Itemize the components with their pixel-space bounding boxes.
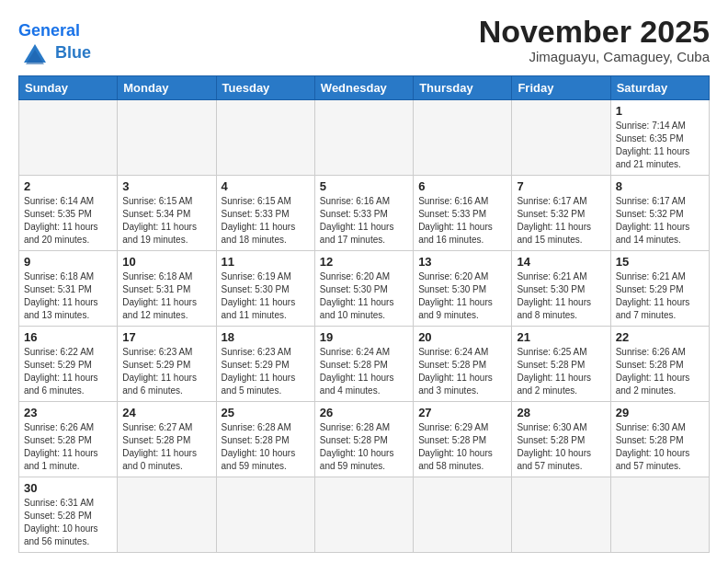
day-info: Sunrise: 6:20 AMSunset: 5:30 PMDaylight:… [320,270,408,322]
day-info: Sunrise: 6:29 AMSunset: 5:28 PMDaylight:… [418,421,506,473]
calendar-cell: 1Sunrise: 7:14 AMSunset: 6:35 PMDaylight… [610,99,709,175]
calendar-header-thursday: Thursday [414,75,512,99]
calendar-cell: 9Sunrise: 6:18 AMSunset: 5:31 PMDaylight… [19,250,118,326]
day-number: 30 [24,481,112,495]
day-info: Sunrise: 6:16 AMSunset: 5:33 PMDaylight:… [320,195,408,247]
day-number: 17 [122,330,210,344]
calendar-cell [216,477,314,552]
day-number: 23 [24,406,112,419]
calendar-cell [314,99,413,175]
calendar-cell: 30Sunrise: 6:31 AMSunset: 5:28 PMDayligh… [19,477,118,552]
day-number: 20 [418,330,506,344]
day-info: Sunrise: 6:14 AMSunset: 5:35 PMDaylight:… [24,195,112,247]
calendar-cell [512,99,610,175]
location: Jimaguayu, Camaguey, Cuba [479,49,710,64]
day-info: Sunrise: 6:25 AMSunset: 5:28 PMDaylight:… [517,346,605,397]
calendar-cell [512,477,610,552]
day-info: Sunrise: 6:30 AMSunset: 5:28 PMDaylight:… [616,421,704,473]
day-info: Sunrise: 6:16 AMSunset: 5:33 PMDaylight:… [418,195,506,247]
day-info: Sunrise: 6:15 AMSunset: 5:33 PMDaylight:… [222,195,310,247]
day-info: Sunrise: 6:26 AMSunset: 5:28 PMDaylight:… [616,346,704,397]
day-info: Sunrise: 6:27 AMSunset: 5:28 PMDaylight:… [122,421,210,473]
calendar-cell [314,477,413,552]
day-info: Sunrise: 7:14 AMSunset: 6:35 PMDaylight:… [616,120,704,171]
calendar-cell: 22Sunrise: 6:26 AMSunset: 5:28 PMDayligh… [610,326,709,401]
day-info: Sunrise: 6:26 AMSunset: 5:28 PMDaylight:… [24,421,112,473]
day-info: Sunrise: 6:31 AMSunset: 5:28 PMDaylight:… [24,497,112,548]
calendar-week-6: 30Sunrise: 6:31 AMSunset: 5:28 PMDayligh… [19,477,710,552]
day-number: 4 [222,179,310,193]
day-number: 10 [122,255,210,269]
calendar-cell: 21Sunrise: 6:25 AMSunset: 5:28 PMDayligh… [512,326,610,401]
day-number: 29 [616,406,704,419]
calendar-cell: 7Sunrise: 6:17 AMSunset: 5:32 PMDaylight… [512,175,610,250]
calendar-cell [610,477,709,552]
day-number: 14 [517,255,605,269]
logo-text: General [18,22,91,40]
calendar-cell: 6Sunrise: 6:16 AMSunset: 5:33 PMDaylight… [414,175,512,250]
day-number: 8 [616,179,704,193]
calendar-cell [216,99,314,175]
calendar-cell: 13Sunrise: 6:20 AMSunset: 5:30 PMDayligh… [414,250,512,326]
calendar-cell [414,99,512,175]
day-number: 2 [24,179,112,193]
calendar-cell: 18Sunrise: 6:23 AMSunset: 5:29 PMDayligh… [216,326,314,401]
day-info: Sunrise: 6:21 AMSunset: 5:29 PMDaylight:… [616,270,704,322]
day-number: 27 [418,406,506,419]
page: General Blue November 2025 Jimaguayu, Ca… [0,0,728,563]
calendar-cell: 4Sunrise: 6:15 AMSunset: 5:33 PMDaylight… [216,175,314,250]
calendar-cell: 15Sunrise: 6:21 AMSunset: 5:29 PMDayligh… [610,250,709,326]
day-number: 5 [320,179,408,193]
calendar-cell: 23Sunrise: 6:26 AMSunset: 5:28 PMDayligh… [19,401,118,477]
calendar-week-5: 23Sunrise: 6:26 AMSunset: 5:28 PMDayligh… [19,401,710,477]
logo-blue: Blue [18,40,91,66]
calendar-cell: 5Sunrise: 6:16 AMSunset: 5:33 PMDaylight… [314,175,413,250]
day-info: Sunrise: 6:28 AMSunset: 5:28 PMDaylight:… [320,421,408,473]
calendar-cell: 11Sunrise: 6:19 AMSunset: 5:30 PMDayligh… [216,250,314,326]
day-number: 12 [320,255,408,269]
day-number: 13 [418,255,506,269]
day-info: Sunrise: 6:17 AMSunset: 5:32 PMDaylight:… [517,195,605,247]
calendar-header-tuesday: Tuesday [216,75,314,99]
day-info: Sunrise: 6:20 AMSunset: 5:30 PMDaylight:… [418,270,506,322]
day-number: 1 [616,104,704,118]
day-info: Sunrise: 6:19 AMSunset: 5:30 PMDaylight:… [222,270,310,322]
calendar-header-friday: Friday [512,75,610,99]
calendar-cell [19,99,118,175]
day-info: Sunrise: 6:18 AMSunset: 5:31 PMDaylight:… [122,270,210,322]
day-number: 26 [320,406,408,419]
calendar-header-saturday: Saturday [610,75,709,99]
calendar-header-monday: Monday [118,75,216,99]
calendar-cell [118,477,216,552]
day-info: Sunrise: 6:18 AMSunset: 5:31 PMDaylight:… [24,270,112,322]
calendar-cell: 29Sunrise: 6:30 AMSunset: 5:28 PMDayligh… [610,401,709,477]
day-info: Sunrise: 6:30 AMSunset: 5:28 PMDaylight:… [517,421,605,473]
calendar-table: SundayMondayTuesdayWednesdayThursdayFrid… [18,75,710,553]
day-number: 6 [418,179,506,193]
day-info: Sunrise: 6:23 AMSunset: 5:29 PMDaylight:… [222,346,310,397]
day-number: 11 [222,255,310,269]
calendar-cell: 20Sunrise: 6:24 AMSunset: 5:28 PMDayligh… [414,326,512,401]
day-info: Sunrise: 6:15 AMSunset: 5:34 PMDaylight:… [122,195,210,247]
calendar-cell: 28Sunrise: 6:30 AMSunset: 5:28 PMDayligh… [512,401,610,477]
day-number: 21 [517,330,605,344]
title-block: November 2025 Jimaguayu, Camaguey, Cuba [479,15,710,64]
day-number: 24 [122,406,210,419]
calendar-cell: 26Sunrise: 6:28 AMSunset: 5:28 PMDayligh… [314,401,413,477]
day-number: 28 [517,406,605,419]
calendar-cell: 14Sunrise: 6:21 AMSunset: 5:30 PMDayligh… [512,250,610,326]
calendar-header-sunday: Sunday [19,75,118,99]
calendar-cell: 24Sunrise: 6:27 AMSunset: 5:28 PMDayligh… [118,401,216,477]
day-number: 25 [222,406,310,419]
day-info: Sunrise: 6:22 AMSunset: 5:29 PMDaylight:… [24,346,112,397]
calendar-week-4: 16Sunrise: 6:22 AMSunset: 5:29 PMDayligh… [19,326,710,401]
day-number: 7 [517,179,605,193]
calendar-cell [118,99,216,175]
day-info: Sunrise: 6:28 AMSunset: 5:28 PMDaylight:… [222,421,310,473]
day-info: Sunrise: 6:24 AMSunset: 5:28 PMDaylight:… [320,346,408,397]
day-info: Sunrise: 6:24 AMSunset: 5:28 PMDaylight:… [418,346,506,397]
day-info: Sunrise: 6:21 AMSunset: 5:30 PMDaylight:… [517,270,605,322]
calendar-cell: 19Sunrise: 6:24 AMSunset: 5:28 PMDayligh… [314,326,413,401]
calendar-cell: 16Sunrise: 6:22 AMSunset: 5:29 PMDayligh… [19,326,118,401]
day-number: 19 [320,330,408,344]
